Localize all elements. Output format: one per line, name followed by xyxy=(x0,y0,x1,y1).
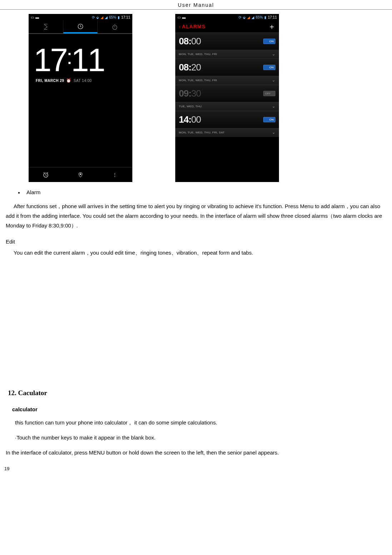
battery-icon: ▮ xyxy=(118,15,120,19)
paragraph-alarm: After functions set，phone will arrives i… xyxy=(6,201,391,230)
signal2-icon: ◢ xyxy=(251,15,254,19)
phone-clock: ▭ ▬ ⟳ ⬙ ◢ ◢ 65% ▮ 17:11 xyxy=(29,14,132,182)
hourglass-icon xyxy=(43,24,49,30)
alarm-days: MON, TUE, WED, THU, FRI xyxy=(179,79,217,82)
alarm-toggle[interactable]: ON xyxy=(263,65,275,70)
clock-colon: : xyxy=(67,45,71,69)
alarm-item[interactable]: 08:00 ON MON, TUE, WED, THU, FRI⌄ xyxy=(175,33,279,59)
sim-icon: ▭ xyxy=(177,15,181,19)
alarm-item[interactable]: 09:30 OFF TUE, WED, THU⌄ xyxy=(175,85,279,111)
sync-icon: ⟳ xyxy=(92,15,95,19)
next-alarm: SAT 14:00 xyxy=(74,79,92,83)
chevron-down-icon[interactable]: ⌄ xyxy=(272,78,275,83)
alarm-days: MON, TUE, WED, THU, FRI xyxy=(179,53,217,56)
calculator-subtitle: calculator xyxy=(12,406,391,412)
edit-label: Edit xyxy=(6,237,391,246)
svg-point-3 xyxy=(80,173,81,175)
calculator-p1: this function can turn your phone into c… xyxy=(15,418,391,427)
status-bar: ▭ ▬ ⟳ ⬙ ◢ ◢ 65% ▮ 17:11 xyxy=(29,14,132,20)
calculator-p3: In the interface of calculator, press ME… xyxy=(6,448,391,457)
back-button[interactable]: ‹ xyxy=(179,24,181,29)
alarms-header: ‹ ALARMS ＋ xyxy=(175,20,279,33)
bottom-menu-button[interactable]: ⋮ xyxy=(98,167,132,182)
clock-icon xyxy=(77,23,84,30)
battery-text: 65% xyxy=(256,15,263,19)
alarm-icon xyxy=(43,172,49,178)
wifi-icon: ⬙ xyxy=(96,15,99,19)
alarm-time: 08:20 xyxy=(179,62,201,73)
clock-bottom-bar: ⋮ xyxy=(29,167,132,182)
status-bar: ▭ ▬ ⟳ ⬙ ◢ ◢ 65% ▮ 17:11 xyxy=(175,14,279,20)
clock-date-row: FRI, MARCH 29 ⏰ SAT 14:00 xyxy=(29,78,132,83)
alarm-time: 09:30 xyxy=(179,88,201,99)
statusbar-time: 17:11 xyxy=(268,15,277,19)
alarm-item[interactable]: 08:20 ON MON, TUE, WED, THU, FRI⌄ xyxy=(175,59,279,85)
bullet-alarm-label: Alarm xyxy=(26,189,40,196)
bottom-location-button[interactable] xyxy=(63,167,98,182)
location-icon xyxy=(78,172,83,178)
battery-icon: ▮ xyxy=(264,15,266,19)
tab-stopwatch[interactable] xyxy=(98,20,132,33)
section-12-title: 12. Caculator xyxy=(8,389,391,397)
page-number: 19 xyxy=(0,464,392,471)
tab-clock[interactable] xyxy=(63,20,98,33)
chevron-down-icon[interactable]: ⌄ xyxy=(272,104,275,109)
document-body: ● Alarm After functions set，phone will a… xyxy=(0,189,392,457)
clock-time: 17:11 xyxy=(29,34,132,78)
signal2-icon: ◢ xyxy=(105,15,108,19)
sync-icon: ⟳ xyxy=(239,15,241,19)
alarm-time: 08:00 xyxy=(179,36,201,47)
signal1-icon: ◢ xyxy=(101,15,103,19)
clock-minutes: 11 xyxy=(71,42,104,78)
clock-hours: 17 xyxy=(34,42,67,78)
wifi-icon: ⬙ xyxy=(243,15,246,19)
signal1-icon: ◢ xyxy=(247,15,250,19)
screenshot-row: ▭ ▬ ⟳ ⬙ ◢ ◢ 65% ▮ 17:11 xyxy=(0,10,392,186)
alarm-small-icon: ⏰ xyxy=(66,78,72,83)
spacer xyxy=(6,264,391,382)
alarms-title: ALARMS xyxy=(182,24,206,29)
card-icon: ▬ xyxy=(35,15,39,19)
paragraph-edit: You can edit the current alarm，you could… xyxy=(6,248,391,257)
card-icon: ▬ xyxy=(182,15,186,19)
alarm-item[interactable]: 14:00 ON MON, TUE, WED, THU, FRI, SAT⌄ xyxy=(175,111,279,137)
alarm-time: 14:00 xyxy=(179,114,201,125)
alarm-toggle[interactable]: ON xyxy=(263,39,275,44)
alarm-toggle[interactable]: ON xyxy=(263,117,275,122)
stopwatch-icon xyxy=(112,24,118,30)
phone-alarms: ▭ ▬ ⟳ ⬙ ◢ ◢ 65% ▮ 17:11 ‹ ALARMS ＋ 08:00 xyxy=(175,14,279,182)
menu-dots-icon: ⋮ xyxy=(113,172,117,177)
chevron-down-icon[interactable]: ⌄ xyxy=(272,51,275,57)
chevron-down-icon[interactable]: ⌄ xyxy=(272,130,275,135)
alarm-toggle[interactable]: OFF xyxy=(263,91,275,96)
tab-timer[interactable] xyxy=(29,20,63,33)
sim-icon: ▭ xyxy=(31,15,34,19)
add-alarm-button[interactable]: ＋ xyxy=(268,22,275,31)
clock-date: FRI, MARCH 29 xyxy=(36,79,64,83)
bullet-alarm: ● Alarm xyxy=(18,189,391,196)
bullet-dot-icon: ● xyxy=(18,189,20,196)
alarm-days: MON, TUE, WED, THU, FRI, SAT xyxy=(179,131,225,134)
clock-tabs xyxy=(29,20,132,34)
battery-text: 65% xyxy=(109,15,116,19)
bottom-alarm-button[interactable] xyxy=(29,167,63,182)
calculator-p2: ·Touch the number keys to make it appear… xyxy=(15,433,391,442)
alarm-days: TUE, WED, THU xyxy=(179,105,202,108)
statusbar-time: 17:11 xyxy=(121,15,130,19)
page-header: User Manual xyxy=(0,0,392,10)
